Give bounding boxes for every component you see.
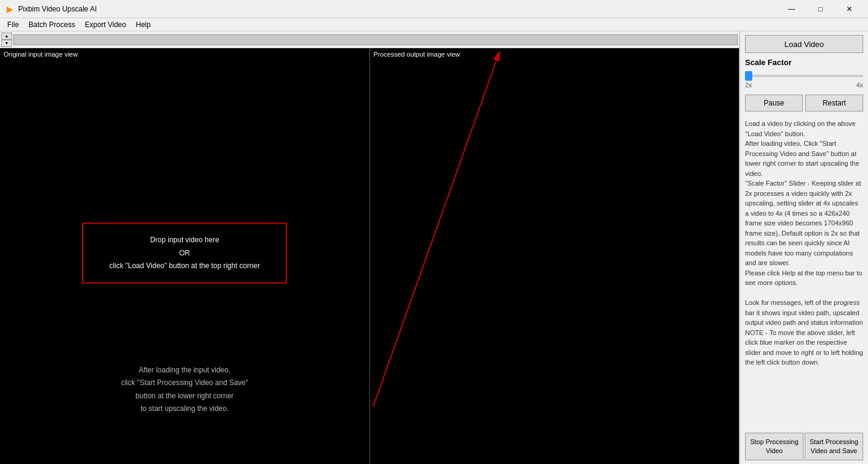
restart-button[interactable]: Restart <box>805 95 863 111</box>
start-processing-line1: Start Processing <box>810 437 858 447</box>
slider-container <box>745 71 863 79</box>
title-bar: ▶ Pixbim Video Upscale AI — □ ✕ <box>0 0 868 18</box>
arrow-annotation <box>370 48 740 464</box>
drop-line2: OR <box>98 246 271 260</box>
stop-processing-button[interactable]: Stop Processing Video <box>745 433 804 460</box>
slider-max-label: 4x <box>856 81 863 89</box>
inst-line3: button at the lower right corner <box>82 390 287 403</box>
menu-batch-process[interactable]: Batch Process <box>24 19 80 30</box>
close-button[interactable]: ✕ <box>835 0 863 18</box>
inst-line2: click "Start Processing Video and Save" <box>82 377 287 390</box>
menu-file[interactable]: File <box>2 19 24 30</box>
main-area: ▲ ▼ Original input image view Drop input… <box>0 31 868 464</box>
load-video-button[interactable]: Load Video <box>745 35 863 53</box>
menu-bar: File Batch Process Export Video Help <box>0 18 868 31</box>
menu-help[interactable]: Help <box>131 19 156 30</box>
scale-factor-label: Scale Factor <box>745 58 863 67</box>
right-sidebar: Load Video Scale Factor 2x 4x Pause Rest… <box>740 31 868 464</box>
pause-restart-row: Pause Restart <box>745 95 863 111</box>
instruction-text: After loading the input video, click "St… <box>82 364 287 416</box>
slider-labels: 2x 4x <box>745 81 863 89</box>
progress-up-btn[interactable]: ▲ <box>1 33 12 40</box>
help-text: Load a video by clicking on the above "L… <box>745 119 863 428</box>
processed-view: Processed output image view <box>370 48 740 464</box>
app-icon: ▶ <box>5 4 14 14</box>
start-processing-line2: Video and Save <box>811 447 857 456</box>
original-view-label: Original input image view <box>4 51 78 58</box>
progress-controls: ▲ ▼ <box>1 33 12 47</box>
video-views: Original input image view Drop input vid… <box>0 48 739 464</box>
left-section: ▲ ▼ Original input image view Drop input… <box>0 31 740 464</box>
bottom-buttons: Stop Processing Video Start Processing V… <box>745 433 863 460</box>
processed-view-label: Processed output image view <box>374 51 461 58</box>
title-bar-title: Pixbim Video Upscale AI <box>18 5 863 13</box>
scale-factor-slider[interactable] <box>745 75 863 77</box>
progress-down-btn[interactable]: ▼ <box>1 40 12 47</box>
drop-line1: Drop input video here <box>98 234 271 247</box>
original-view[interactable]: Original input image view Drop input vid… <box>0 48 370 464</box>
inst-line4: to start upscaling the video. <box>82 403 287 416</box>
progress-bar-container <box>13 34 738 45</box>
minimize-button[interactable]: — <box>778 0 805 18</box>
drop-zone[interactable]: Drop input video here OR click "Load Vid… <box>82 223 287 284</box>
svg-line-1 <box>373 51 500 407</box>
stop-processing-line1: Stop Processing <box>750 437 798 447</box>
pause-button[interactable]: Pause <box>745 95 803 111</box>
progress-area: ▲ ▼ <box>0 31 739 48</box>
maximize-button[interactable]: □ <box>807 0 834 18</box>
start-processing-button[interactable]: Start Processing Video and Save <box>805 433 863 460</box>
menu-export-video[interactable]: Export Video <box>80 19 131 30</box>
inst-line1: After loading the input video, <box>82 364 287 377</box>
drop-line3: click "Load Video" button at the top rig… <box>98 260 271 273</box>
title-bar-controls: — □ ✕ <box>778 0 863 18</box>
stop-processing-line2: Video <box>766 447 783 456</box>
slider-min-label: 2x <box>745 81 752 89</box>
